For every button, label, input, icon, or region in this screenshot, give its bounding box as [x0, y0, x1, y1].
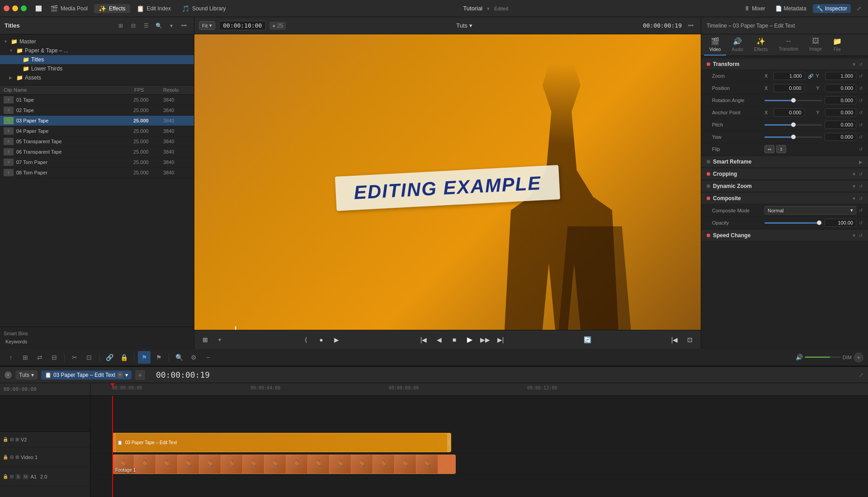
list-view-btn[interactable]: ☰	[141, 20, 151, 31]
zoom-in-btn[interactable]: 🔍	[173, 351, 185, 364]
link-icon-a1[interactable]: ⊟	[10, 474, 14, 479]
mixer-btn[interactable]: 🎚 Mixer	[741, 4, 769, 13]
inspector-btn[interactable]: 🔧 Inspector	[813, 4, 851, 13]
track-a1-content[interactable]	[90, 475, 868, 497]
tree-item-assets[interactable]: ▶ 📁 Assets	[0, 73, 194, 82]
viewer-name[interactable]: Tuts ▾	[456, 22, 472, 29]
minimize-button[interactable]	[12, 5, 18, 11]
zoom-y-value[interactable]: 1.000	[825, 72, 857, 80]
selection-tool-btn[interactable]: ⊞	[19, 351, 32, 364]
section-cropping-header[interactable]: Cropping ▼ ↺	[701, 169, 868, 180]
composite-reset-icon[interactable]: ↺	[859, 196, 863, 201]
flip-vertical-btn[interactable]: ⇕	[776, 145, 786, 153]
timeline-expand-btn[interactable]: ⤢	[859, 372, 863, 378]
anchor-y-value[interactable]: 0.000	[825, 108, 856, 117]
grid-small-view-btn[interactable]: ⊞	[115, 20, 126, 31]
tab-image[interactable]: 🖼 Image	[804, 34, 827, 56]
clip-icon-v1[interactable]: ⊞	[15, 455, 19, 459]
tab-transition[interactable]: ↔ Transition	[773, 34, 804, 56]
tab-close-paper[interactable]: ✕	[117, 372, 123, 378]
color-flag-btn[interactable]: ⚑	[152, 351, 165, 364]
clip-item-05-transparent[interactable]: T 05 Transparent Tape 25.000 3840	[0, 136, 194, 147]
pitch-reset-icon[interactable]: ↺	[859, 122, 863, 127]
step-back-btn[interactable]: ◀	[433, 333, 445, 346]
grid-large-view-btn[interactable]: ⊟	[128, 20, 139, 31]
link-icon-v2[interactable]: ⊟	[10, 437, 14, 442]
metadata-btn[interactable]: 📄 Metadata	[772, 4, 810, 13]
preview-timecode-display[interactable]: 00:00:10:00	[219, 21, 266, 30]
stop-btn[interactable]: ■	[448, 333, 461, 346]
volume-slider[interactable]	[805, 356, 841, 358]
window-expand-icon[interactable]: ⬜	[33, 3, 44, 14]
flip-reset-icon[interactable]: ↺	[859, 147, 863, 152]
anchor-reset-icon[interactable]: ↺	[859, 110, 863, 115]
pitch-value[interactable]: 0.000	[825, 121, 856, 129]
dynamic-trim-btn[interactable]: ⊟	[48, 351, 61, 364]
pointer-tool-btn[interactable]: ↑	[5, 351, 17, 364]
trim-tool-btn[interactable]: ⇄	[33, 351, 46, 364]
link-icon-v1[interactable]: ⊟	[10, 455, 14, 459]
keywords-button[interactable]: Keywords	[4, 338, 190, 345]
lock-icon-a1[interactable]: 🔒	[3, 474, 8, 479]
more-options-icon[interactable]: •••	[179, 20, 189, 31]
position-x-value[interactable]: 0.000	[774, 84, 805, 92]
play-btn[interactable]: ▶	[463, 333, 476, 346]
track-v2-content[interactable]: 📋 03 Paper Tape – Edit Text ⋮	[90, 432, 868, 454]
lock-icon-v2[interactable]: 🔒	[3, 437, 8, 442]
tab-video[interactable]: 🎬 Video	[704, 34, 726, 56]
fullscreen-preview-btn[interactable]: ⊡	[684, 333, 696, 346]
zoom-x-value[interactable]: 1.000	[774, 72, 805, 80]
yaw-reset-icon[interactable]: ↺	[859, 135, 863, 140]
skip-to-end-btn[interactable]: ▶|	[494, 333, 507, 346]
rotation-reset-icon[interactable]: ↺	[859, 98, 863, 103]
position-y-value[interactable]: 0.000	[825, 84, 856, 92]
composite-mode-select[interactable]: Normal ▾	[764, 206, 856, 215]
section-dynamic-zoom-header[interactable]: Dynamic Zoom ▼ ↺	[701, 181, 868, 192]
clip-icon-v2[interactable]: ⊞	[15, 437, 19, 442]
speed-reset-icon[interactable]: ↺	[859, 233, 863, 238]
maximize-button[interactable]	[21, 5, 27, 11]
timeline-tab-tuts[interactable]: Tuts ✕ ▾	[15, 370, 38, 380]
tab-effects[interactable]: ✨ Effects	[749, 34, 773, 56]
section-smart-reframe-header[interactable]: Smart Reframe ▶	[701, 156, 868, 168]
slip-tool-btn[interactable]: ⊡	[83, 351, 95, 364]
tab-file[interactable]: 📁 File	[827, 34, 847, 56]
section-transform-header[interactable]: Transform ▼ ↺	[701, 59, 868, 70]
v2-clip-handle-right[interactable]: ⋮	[447, 433, 451, 452]
section-speed-change-header[interactable]: Speed Change ▼ ↺	[701, 230, 868, 241]
tree-item-titles[interactable]: 📁 Titles	[0, 55, 194, 64]
sound-library-tab[interactable]: 🎵 Sound Library	[177, 4, 231, 13]
add-timeline-tab-btn[interactable]: +	[135, 370, 145, 380]
edit-index-tab[interactable]: 📋 Edit Index	[132, 4, 175, 13]
mark-in-btn[interactable]: ●	[315, 333, 328, 346]
dynamic-zoom-reset-icon[interactable]: ↺	[859, 184, 863, 189]
go-to-previous-edit-btn[interactable]: ⟨	[300, 333, 312, 346]
lock-tool-btn[interactable]: 🔒	[118, 351, 130, 364]
opacity-value[interactable]: 100.00	[825, 219, 856, 227]
solo-badge[interactable]: S	[15, 474, 21, 479]
track-v1-content[interactable]: 🏃 🏃 🏃 🏃 🏃 🏃 🏃 🏃 🏃 🏃 🏃 🏃	[90, 454, 868, 475]
blade-tool-btn[interactable]: ✂	[68, 351, 81, 364]
search-icon[interactable]: 🔍	[153, 20, 164, 31]
fit-select[interactable]: Fit ▾	[199, 21, 215, 30]
tree-item-paper-tape[interactable]: ▼ 📁 Paper & Tape – ...	[0, 46, 194, 55]
add-track-btn[interactable]: +	[854, 352, 863, 362]
viewer-transform-icon[interactable]: ⊞	[199, 333, 212, 346]
flag-tool-btn[interactable]: ⚑	[138, 351, 151, 364]
close-button[interactable]	[4, 5, 9, 11]
rotation-slider[interactable]	[764, 100, 822, 101]
clip-item-01-tape[interactable]: T 01 Tape 25.000 3840	[0, 95, 194, 105]
v1-clip-block[interactable]: 🏃 🏃 🏃 🏃 🏃 🏃 🏃 🏃 🏃 🏃 🏃 🏃	[112, 455, 456, 474]
transform-reset-icon[interactable]: ↺	[859, 62, 863, 67]
pitch-slider[interactable]	[764, 124, 822, 126]
anchor-x-value[interactable]: 0.000	[774, 108, 805, 117]
tree-item-lower-thirds[interactable]: 📁 Lower Thirds	[0, 64, 194, 73]
flip-horizontal-btn[interactable]: ⇔	[764, 145, 774, 153]
media-pool-tab[interactable]: 🎬 Media Pool	[46, 4, 92, 13]
section-composite-header[interactable]: Composite ▼ ↺	[701, 193, 868, 204]
minus-btn[interactable]: −	[202, 351, 214, 364]
tab-audio[interactable]: 🔊 Audio	[726, 34, 749, 56]
step-forward-btn[interactable]: ▶▶	[479, 333, 491, 346]
fullscreen-icon[interactable]: ⤢	[854, 3, 864, 14]
clip-item-08-torn[interactable]: T 08 Torn Paper 25.000 3840	[0, 168, 194, 178]
